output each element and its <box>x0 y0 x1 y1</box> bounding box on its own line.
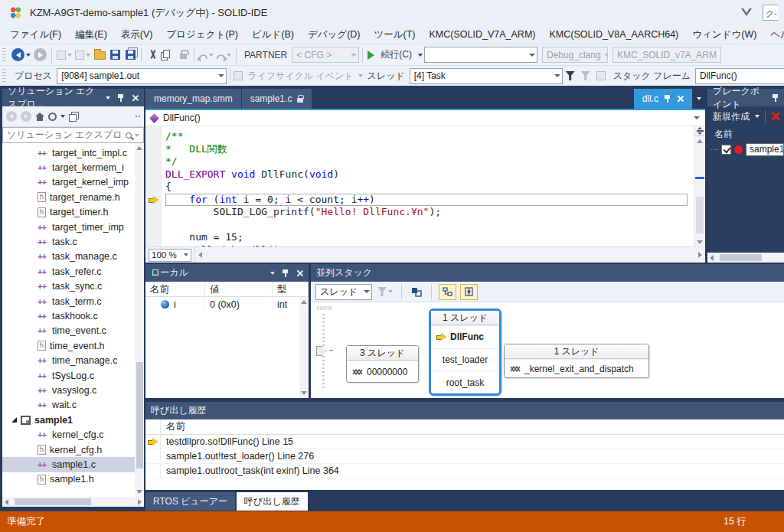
breakpoints-titlebar[interactable]: ブレークポイント <box>707 89 784 106</box>
breakpoint-label[interactable]: sample1 <box>746 143 784 156</box>
breakpoints-horizontal-scrollbar[interactable] <box>707 253 784 263</box>
new-breakpoint-caret-icon[interactable] <box>755 115 760 118</box>
locals-vertical-scrollbar[interactable] <box>299 297 309 398</box>
editor-margin[interactable] <box>145 126 162 246</box>
pin-icon[interactable] <box>772 94 779 102</box>
tree-item[interactable]: ++target_kernel_imp <box>2 175 135 190</box>
tree-item[interactable]: ++task_term.c <box>2 294 135 308</box>
navigation-caret-icon[interactable] <box>694 116 700 119</box>
process-combo[interactable]: [9084] sample1.out <box>57 68 227 84</box>
editor-zoom-combo[interactable]: 100 % <box>149 249 191 262</box>
feedback-icon[interactable] <box>741 8 753 18</box>
tree-item[interactable]: ++task_sync.c <box>2 279 135 294</box>
navigate-back-button[interactable] <box>10 47 32 64</box>
toolbar-grip[interactable] <box>2 48 6 62</box>
code-line[interactable]: * DLL関数 <box>165 143 694 156</box>
disabled-tool-button[interactable] <box>74 47 92 64</box>
tree-item[interactable]: ++time_manage.c <box>2 353 135 367</box>
tree-item[interactable]: ++task_refer.c <box>2 264 135 279</box>
delete-breakpoint-icon[interactable] <box>769 111 780 122</box>
menu-item-5[interactable]: デバッグ(D) <box>301 26 368 44</box>
close-icon[interactable] <box>131 94 139 102</box>
tree-item[interactable]: ++target_intc_impl.c <box>2 145 135 160</box>
editor-horizontal-scrollbar[interactable] <box>194 247 705 263</box>
new-breakpoint-button[interactable]: 新規作成 <box>713 110 750 123</box>
callstack-row[interactable]: sample1.out!test_loader() Line 276 <box>145 449 784 464</box>
locals-header-type[interactable]: 型 <box>273 282 309 296</box>
menu-item-9[interactable]: ウィンドウ(W) <box>685 26 763 44</box>
solution-search-box[interactable]: ソリューション エクスプローラー <box>2 127 144 143</box>
code-line[interactable]: SOLID_LOG_printf("Hello! DllFunc.¥n"); <box>165 206 694 219</box>
tree-back-button[interactable] <box>6 111 17 122</box>
menu-item-8[interactable]: KMC(SOLID_V8A_AARCH64) <box>542 27 685 42</box>
save-all-button[interactable] <box>122 47 138 64</box>
tree-forward-button[interactable] <box>21 111 31 122</box>
tree-horizontal-scrollbar[interactable] <box>2 497 144 507</box>
menu-item-0[interactable]: ファイル(F) <box>3 26 68 44</box>
scrollbar-thumb[interactable] <box>696 197 704 233</box>
document-tab-dll.c[interactable]: dll.c <box>634 89 692 109</box>
tree-item[interactable]: sample1 <box>2 413 135 427</box>
callstack-titlebar[interactable]: 呼び出し履歴 <box>145 402 784 419</box>
tree-item[interactable]: hsample1.h <box>2 472 135 487</box>
code-text-area[interactable]: /*** DLL関数*/DLL_EXPORT void DllFunc(void… <box>162 126 694 246</box>
sync-caret-icon[interactable] <box>60 115 65 118</box>
locals-titlebar[interactable]: ローカル <box>145 264 309 282</box>
document-tab-sample1.c[interactable]: sample1.c <box>242 89 312 109</box>
menu-item-2[interactable]: 表示(V) <box>114 26 160 44</box>
toolbar-overflow[interactable] <box>136 116 140 117</box>
show-external-code-button[interactable] <box>409 283 424 300</box>
navigation-member[interactable]: DllFunc() <box>163 113 201 123</box>
callstack-row[interactable]: sample1.out!root_task(int exinf) Line 36… <box>145 464 784 478</box>
expander-icon[interactable] <box>11 417 17 423</box>
code-line[interactable] <box>165 219 694 232</box>
stack-frame-row[interactable]: root_task <box>431 370 499 393</box>
close-icon[interactable] <box>296 269 303 277</box>
tree-item[interactable]: ++task.c <box>2 234 135 249</box>
panel-menu-icon[interactable] <box>106 96 110 100</box>
undo-button[interactable] <box>198 47 215 64</box>
pin-icon[interactable] <box>664 95 671 103</box>
breakpoint-row[interactable]: sample1 <box>707 142 784 157</box>
tree-item[interactable]: ++target_timer_imp <box>2 220 135 234</box>
quick-launch-input[interactable]: ク- <box>763 5 778 21</box>
flagged-threads-button[interactable] <box>593 67 609 84</box>
stack-frame-box[interactable]: 3 スレッド00000000 <box>346 345 419 383</box>
tree-item[interactable]: hkernel_cfg.h <box>2 442 135 457</box>
splitter-handle[interactable] <box>694 126 705 136</box>
menu-item-10[interactable]: ヘルプ(H) <box>763 26 784 44</box>
tree-vertical-scrollbar[interactable] <box>135 143 144 497</box>
locals-row[interactable]: i0 (0x0)int <box>145 297 309 312</box>
document-tab-memory_map.smm[interactable]: memory_map.smm <box>145 89 241 109</box>
navigate-forward-button[interactable] <box>32 47 48 64</box>
code-line[interactable]: */ <box>165 155 694 168</box>
thread-combo[interactable]: [4] Task <box>410 68 563 84</box>
solution-explorer-titlebar[interactable]: ソリューション エクスプロ... <box>2 89 144 106</box>
toolwindow-tab-inactive[interactable]: RTOS ビューアー <box>145 492 235 511</box>
stack-frame-box[interactable]: 1 スレッドDllFunctest_loaderroot_task <box>429 308 501 396</box>
platform-box[interactable]: KMC_SOLID_v7A_ARM <box>612 47 721 63</box>
code-line[interactable]: DLL_EXPORT void DllFunc(void) <box>165 168 694 181</box>
tree-item[interactable]: ++wait.c <box>2 398 135 413</box>
home-icon[interactable] <box>35 113 44 121</box>
tree-item[interactable]: ++taskhook.c <box>2 308 135 323</box>
search-caret-icon[interactable] <box>135 134 139 137</box>
redo-button[interactable] <box>215 47 233 64</box>
tab-list-caret-icon[interactable] <box>697 97 701 100</box>
save-button[interactable] <box>107 47 122 64</box>
cut-button[interactable] <box>145 47 160 64</box>
stack-frame-row[interactable]: _kernel_exit_and_dispatch <box>505 359 648 377</box>
copy-button[interactable] <box>160 47 175 64</box>
panel-menu-icon[interactable] <box>270 272 275 275</box>
sync-icon[interactable] <box>48 113 57 121</box>
menu-item-6[interactable]: ツール(T) <box>367 26 422 44</box>
editor-vertical-scrollbar[interactable] <box>694 126 705 246</box>
tree-item[interactable]: htime_event.h <box>2 338 135 353</box>
stack-frame-box[interactable]: 1 スレッド_kernel_exit_and_dispatch <box>504 344 649 378</box>
code-line[interactable]: { <box>165 181 694 194</box>
code-line[interactable]: num = 15; <box>165 231 694 244</box>
tree-item[interactable]: ++sample1.c <box>2 457 135 472</box>
stack-frame-row[interactable]: DllFunc <box>431 325 499 348</box>
clear-filter-button[interactable] <box>578 67 593 84</box>
menu-item-1[interactable]: 編集(E) <box>68 26 114 44</box>
